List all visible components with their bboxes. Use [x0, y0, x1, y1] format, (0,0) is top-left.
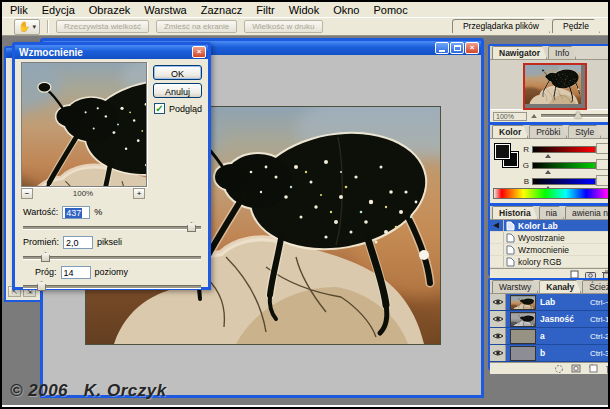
eye-icon [492, 298, 504, 306]
radius-input[interactable]: 2,0 [63, 236, 93, 249]
menu-widok[interactable]: Widok [289, 4, 320, 16]
channel-row-lab[interactable]: Lab Ctrl-~ [490, 294, 610, 311]
menu-bar: Plik Edycja Obrazek Warstwa Zaznacz Filt… [2, 2, 610, 17]
blue-label: B [522, 177, 529, 186]
tab-paths[interactable]: Ścieżki [582, 280, 610, 293]
tab-tool-presets-partial[interactable]: awienia narzędzia [565, 206, 610, 219]
channel-row-a[interactable]: a Ctrl-2 [490, 328, 610, 345]
hand-icon: ✋ [18, 22, 30, 32]
blue-value[interactable]: 21 [596, 175, 610, 186]
tab-actions-partial[interactable]: nia [539, 206, 564, 219]
tab-info[interactable]: Info [548, 46, 576, 59]
navigator-proxy-view[interactable] [523, 63, 587, 110]
channel-row-b[interactable]: b Ctrl-3 [490, 345, 610, 362]
dialog-close-icon[interactable]: × [192, 46, 206, 58]
preview-image [22, 63, 146, 186]
channel-thumbnail[interactable] [510, 346, 536, 361]
zoom-in-button[interactable]: + [133, 188, 145, 199]
load-selection-icon[interactable] [553, 364, 565, 373]
tab-file-browser[interactable]: Przeglądarka plików [452, 19, 550, 33]
tab-navigator[interactable]: Nawigator [492, 46, 547, 59]
tab-layers[interactable]: Warstwy [492, 280, 538, 293]
maximize-button[interactable] [450, 42, 464, 54]
history-state-icon [506, 233, 515, 243]
blue-slider[interactable] [532, 178, 596, 185]
radius-slider[interactable] [23, 252, 201, 262]
palette-well: Przeglądarka plików Pędzle [452, 19, 600, 33]
channels-panel: × Warstwy Kanały Ścieżki Lab Ctrl-~ Jasn… [488, 278, 610, 370]
threshold-label: Próg: [35, 267, 57, 277]
navigator-panel: × Nawigator Info 100% [488, 44, 610, 124]
navigator-zoom-field[interactable]: 100% [493, 112, 527, 121]
menu-obrazek[interactable]: Obrazek [89, 4, 131, 16]
print-size-button[interactable]: Wielkość w druku [244, 20, 322, 33]
red-slider[interactable] [532, 146, 596, 153]
foreground-swatch[interactable] [495, 144, 510, 159]
tab-brushes[interactable]: Pędzle [552, 19, 600, 33]
channel-thumbnail[interactable] [510, 329, 536, 344]
actual-size-button[interactable]: Rzeczywista wielkość [56, 20, 149, 33]
history-state-kolory-rgb[interactable]: kolory RGB [490, 256, 610, 268]
tab-channels[interactable]: Kanały [539, 280, 581, 293]
fit-on-screen-button[interactable]: Zmieść na ekranie [156, 20, 237, 33]
menu-warstwa[interactable]: Warstwa [144, 4, 186, 16]
close-button[interactable]: × [465, 42, 479, 54]
foreground-background-swatches[interactable] [495, 144, 517, 166]
history-state-wyostrzanie[interactable]: Wyostrzanie [490, 232, 610, 244]
cancel-button[interactable]: Anuluj [153, 83, 202, 98]
menu-edycja[interactable]: Edycja [42, 4, 75, 16]
menu-zaznacz[interactable]: Zaznacz [201, 4, 243, 16]
menu-pomoc[interactable]: Pomoc [373, 4, 407, 16]
zoom-out-icon[interactable] [531, 114, 537, 118]
color-ramp[interactable] [493, 188, 610, 199]
visibility-toggle[interactable] [490, 328, 506, 344]
filter-preview[interactable] [21, 62, 147, 187]
history-state-icon [506, 221, 515, 231]
visibility-toggle[interactable] [490, 311, 506, 327]
red-value[interactable]: 24 [596, 143, 610, 154]
threshold-input[interactable]: 14 [61, 266, 91, 279]
eye-icon [492, 315, 504, 323]
amount-unit: % [94, 207, 102, 217]
history-state-kolor-lab[interactable]: Kolor Lab [490, 220, 610, 232]
channel-row-jasnosc[interactable]: Jasność Ctrl-1 [490, 311, 610, 328]
hand-tool-button[interactable]: ✋ ▾ [14, 19, 40, 35]
amount-slider[interactable] [23, 222, 201, 232]
visibility-toggle[interactable] [490, 294, 506, 310]
eye-icon [492, 349, 504, 357]
unsharp-mask-dialog: Wzmocnienie × − 100% + OK Anuluj ✓ Podgl… [12, 42, 211, 290]
dialog-titlebar[interactable]: Wzmocnienie × [15, 45, 208, 59]
chevron-down-icon: ▾ [32, 23, 36, 31]
trash-icon[interactable] [604, 364, 610, 373]
channel-thumbnail[interactable] [510, 312, 536, 327]
menu-filtr[interactable]: Filtr [256, 4, 274, 16]
green-label: G [522, 161, 529, 170]
application-window: Plik Edycja Obrazek Warstwa Zaznacz Filt… [0, 0, 610, 409]
history-panel: × Historia nia awienia narzędzia Kolor L… [488, 204, 610, 276]
preview-checkbox[interactable]: ✓ [154, 103, 165, 114]
green-slider[interactable] [532, 162, 596, 169]
history-brush-source[interactable] [490, 220, 504, 231]
save-selection-icon[interactable] [570, 364, 582, 373]
tab-history[interactable]: Historia [492, 206, 538, 219]
green-value[interactable]: 28 [596, 159, 610, 170]
tab-swatches[interactable]: Próbki [529, 125, 567, 138]
new-channel-icon[interactable] [587, 364, 599, 373]
amount-input[interactable]: 437 [62, 206, 90, 219]
history-state-wzmocnienie[interactable]: Wzmocnienie [490, 244, 610, 256]
frame-bottom-line [2, 405, 608, 407]
tab-styles[interactable]: Style [568, 125, 601, 138]
minimize-button[interactable] [435, 42, 449, 54]
navigator-zoom-slider[interactable] [541, 114, 610, 118]
menu-plik[interactable]: Plik [10, 4, 28, 16]
history-state-icon [506, 257, 515, 267]
amount-label: Wartość: [23, 207, 58, 217]
ok-button[interactable]: OK [153, 65, 202, 80]
navigator-thumbnail [525, 65, 581, 104]
channel-thumbnail[interactable] [510, 295, 536, 310]
threshold-slider[interactable] [23, 281, 201, 291]
red-label: R [522, 145, 529, 154]
menu-okno[interactable]: Okno [333, 4, 359, 16]
visibility-toggle[interactable] [490, 345, 506, 361]
tab-color[interactable]: Kolor [492, 125, 528, 138]
